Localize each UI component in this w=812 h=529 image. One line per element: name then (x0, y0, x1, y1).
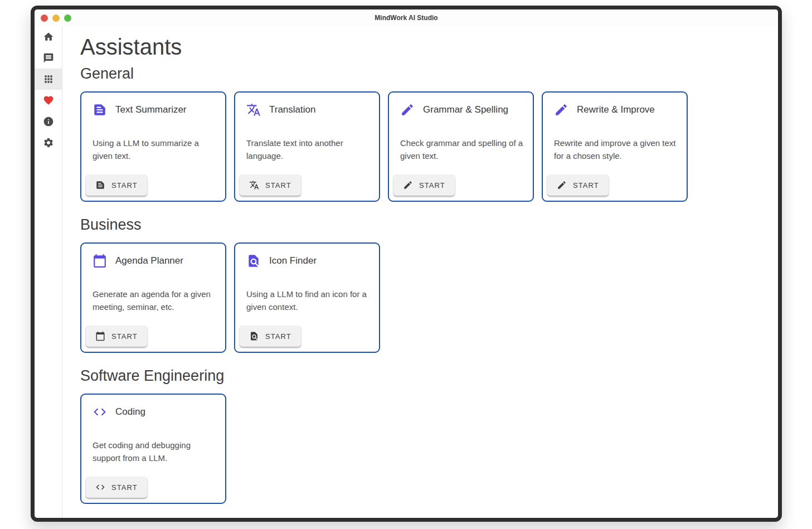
assistant-card-grammar-spelling: Grammar & Spelling Check grammar and spe… (388, 91, 534, 202)
card-row: Coding Get coding and debugging support … (80, 394, 778, 504)
card-actions: START (86, 174, 147, 196)
start-button[interactable]: START (86, 174, 147, 196)
sidebar-item-settings[interactable] (35, 132, 62, 153)
card-header: Grammar & Spelling (400, 103, 524, 117)
start-button[interactable]: START (240, 174, 301, 196)
assistant-section: General Text Summarizer Using a LLM to s… (80, 65, 778, 202)
start-button-label: START (573, 181, 599, 190)
edit-pencil-icon (403, 180, 413, 190)
card-header: Agenda Planner (93, 254, 216, 268)
code-icon (93, 405, 107, 419)
heart-icon (43, 95, 54, 106)
assistant-card-icon-finder: Icon Finder Using a LLM to find an icon … (234, 242, 380, 353)
card-description: Rewrite and improve a given text for a c… (554, 137, 678, 162)
sidebar-item-supporters[interactable] (35, 90, 62, 111)
edit-pencil-icon (554, 103, 568, 117)
edit-pencil-icon (557, 180, 567, 190)
assistant-card-translation: Translation Translate text into another … (234, 91, 380, 202)
card-header: Rewrite & Improve (554, 103, 678, 117)
card-actions: START (86, 477, 147, 498)
code-icon (95, 482, 105, 492)
start-button[interactable]: START (86, 477, 147, 498)
sidebar-item-assistants[interactable] (35, 69, 62, 90)
card-actions: START (547, 174, 609, 196)
card-description: Get coding and debugging support from a … (93, 439, 216, 464)
card-title: Agenda Planner (115, 255, 183, 266)
card-title: Translation (269, 104, 315, 115)
start-button[interactable]: START (86, 326, 147, 347)
start-button-label: START (111, 483, 138, 492)
card-description: Generate an agenda for a given meeting, … (93, 288, 216, 313)
settings-icon (43, 137, 54, 148)
card-header: Icon Finder (246, 254, 370, 268)
window-title: MindWork AI Studio (35, 14, 778, 22)
assistant-card-text-summarizer: Text Summarizer Using a LLM to summarize… (80, 91, 226, 202)
sidebar-item-chats[interactable] (35, 47, 62, 69)
card-actions: START (393, 174, 455, 196)
start-button-label: START (265, 181, 291, 190)
card-actions: START (240, 174, 301, 196)
start-button-label: START (111, 181, 138, 190)
main-content: Assistants General Text Summarizer Using… (62, 26, 778, 518)
find-in-page-icon (246, 254, 261, 268)
card-description: Translate text into another language. (246, 137, 370, 162)
card-description: Using a LLM to summarize a given text. (93, 137, 216, 162)
assistant-section: Software Engineering Coding Get coding a… (80, 367, 778, 504)
assistant-card-agenda-planner: Agenda Planner Generate an agenda for a … (80, 242, 226, 353)
start-button[interactable]: START (547, 174, 609, 196)
assistant-card-coding: Coding Get coding and debugging support … (80, 394, 226, 504)
card-title: Rewrite & Improve (577, 104, 655, 115)
card-description: Check grammar and spelling of a given te… (400, 137, 524, 162)
card-row: Text Summarizer Using a LLM to summarize… (80, 91, 778, 202)
text-snippet-icon (93, 103, 107, 117)
info-icon (43, 116, 54, 127)
start-button-label: START (111, 332, 138, 341)
card-title: Icon Finder (269, 255, 317, 266)
start-button-label: START (265, 332, 291, 341)
card-actions: START (86, 326, 147, 347)
start-button-label: START (419, 181, 445, 190)
card-row: Agenda Planner Generate an agenda for a … (80, 242, 778, 353)
home-icon (43, 31, 54, 42)
card-header: Coding (93, 405, 216, 419)
start-button[interactable]: START (240, 326, 301, 347)
card-actions: START (240, 326, 301, 347)
sidebar-item-home[interactable] (35, 26, 62, 47)
find-in-page-icon (249, 331, 259, 341)
app-window: MindWork AI Studio Assistants General Te… (31, 6, 782, 522)
sidebar-item-about[interactable] (35, 111, 62, 132)
calendar-icon (95, 331, 105, 341)
card-header: Translation (246, 103, 370, 117)
section-heading: General (80, 65, 778, 82)
chat-icon (43, 52, 54, 64)
page-title: Assistants (80, 33, 778, 61)
text-snippet-icon (95, 180, 105, 190)
apps-grid-icon (43, 74, 54, 85)
card-description: Using a LLM to find an icon for a given … (246, 288, 370, 313)
calendar-icon (93, 254, 107, 268)
translate-icon (249, 180, 259, 190)
titlebar: MindWork AI Studio (35, 9, 778, 26)
start-button[interactable]: START (393, 174, 455, 196)
card-title: Text Summarizer (115, 104, 187, 115)
edit-pencil-icon (400, 103, 415, 117)
section-heading: Software Engineering (80, 367, 778, 385)
assistant-card-rewrite-improve: Rewrite & Improve Rewrite and improve a … (542, 91, 688, 202)
section-heading: Business (80, 216, 778, 234)
sidebar (35, 26, 62, 518)
assistant-section: Business Agenda Planner Generate an agen… (80, 216, 778, 353)
card-title: Grammar & Spelling (423, 104, 508, 115)
translate-icon (246, 103, 261, 117)
card-header: Text Summarizer (93, 103, 216, 117)
card-title: Coding (115, 406, 145, 418)
